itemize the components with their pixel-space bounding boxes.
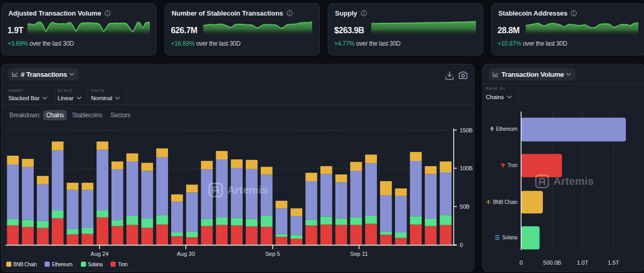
- svg-text:Aug 24: Aug 24: [91, 251, 109, 257]
- svg-text:Aug 30: Aug 30: [177, 251, 195, 257]
- svg-text:0: 0: [460, 241, 463, 248]
- svg-text:50B: 50B: [460, 203, 470, 209]
- svg-text:1.0T: 1.0T: [577, 259, 588, 265]
- svg-text:100B: 100B: [460, 165, 473, 171]
- svg-text:500.0B: 500.0B: [543, 259, 561, 265]
- svg-text:Sep 5: Sep 5: [265, 251, 280, 257]
- svg-text:1.5T: 1.5T: [608, 259, 619, 265]
- svg-text:150B: 150B: [460, 127, 473, 133]
- svg-text:0: 0: [519, 259, 522, 265]
- svg-text:Sep 11: Sep 11: [350, 251, 368, 257]
